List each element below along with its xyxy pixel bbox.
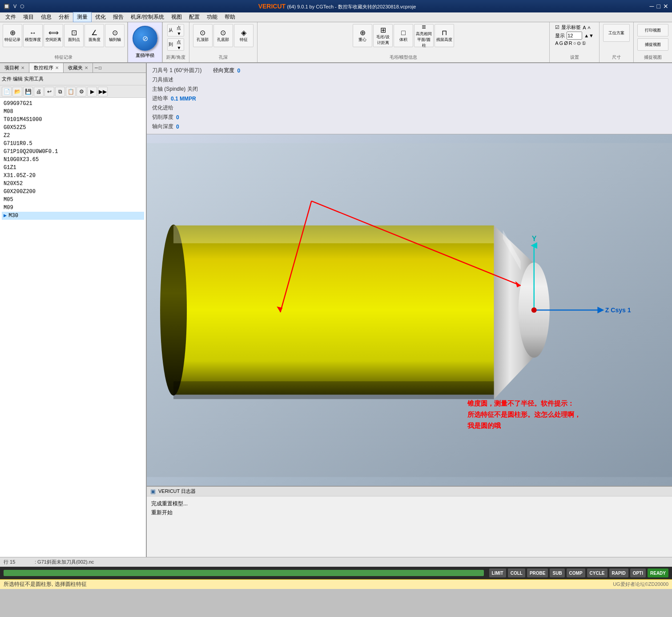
log-content: 完成重置模型... 重新开始 — [147, 496, 672, 520]
hole-bottom-btn[interactable]: ⊙ 孔底部 — [213, 24, 233, 47]
nc-line[interactable]: Z2 — [2, 132, 144, 140]
print-capture-group: 打印视图 捕捉视图 捕捉视图 — [634, 22, 672, 62]
nc-line[interactable]: M05 — [2, 196, 144, 204]
menu-analysis[interactable]: 分析 — [55, 12, 73, 22]
spatial-distance-btn[interactable]: ⟺ 空间距离 — [44, 24, 63, 47]
menu-optimize[interactable]: 优化 — [92, 12, 109, 22]
highlight-coplanar-btn[interactable]: ≡ 高亮相同平面/圆柱 — [414, 24, 434, 47]
menu-view[interactable]: 视图 — [168, 12, 185, 22]
from-to-group: 从 点▼ 到 点▼ 距离/角度 — [163, 22, 189, 62]
panel-toolbar: 文件 编辑 实用工具 — [0, 73, 146, 85]
close-button[interactable]: ✕ — [663, 3, 668, 10]
nc-line[interactable]: G0X200Z200 — [2, 188, 144, 196]
sub-indicator[interactable]: SUB — [550, 569, 564, 577]
nc-line[interactable]: T0101M4S1000 — [2, 116, 144, 124]
new-file-btn[interactable]: 📄 — [2, 87, 12, 97]
nc-line[interactable]: N20X52 — [2, 180, 144, 188]
bottom-message-text: 所选特征不是圆柱形, 选择圆柱特征 — [4, 581, 87, 588]
menu-info[interactable]: 信息 — [37, 12, 55, 22]
rapid-indicator[interactable]: RAPID — [609, 569, 628, 577]
limit-indicator[interactable]: LIMIT — [489, 569, 506, 577]
blank-design-dist-btn[interactable]: ⊞ 毛坯/设计距离 — [373, 24, 393, 47]
display-number-input[interactable] — [567, 32, 582, 40]
tab-favorites[interactable]: 收藏夹 ✕ — [64, 63, 93, 73]
residual-height-btn[interactable]: ⊓ 残留高度 — [435, 24, 454, 47]
progress-bar — [4, 570, 484, 576]
tool-info-section: 刀具号 1 (60°外圆刀) 径向宽度 0 刀具描述 主轴 (Spindle) … — [147, 63, 672, 134]
spindle-label: 主轴 (Spindle) 关闭 — [152, 85, 198, 93]
menu-machine[interactable]: 机床/控制系统 — [127, 12, 168, 22]
undo-btn[interactable]: ↩ — [44, 87, 54, 97]
tab-nc-program[interactable]: 数控程序 ✕ — [29, 63, 64, 73]
title-text: VERICUT (64) 9.0.1 by CGTech - 数控车收藏夹转的2… — [24, 3, 649, 10]
face-angle-btn[interactable]: ∠ 面角度 — [85, 24, 104, 47]
coll-indicator[interactable]: COLL — [508, 569, 525, 577]
open-file-btn[interactable]: 📂 — [12, 87, 22, 97]
menu-help[interactable]: 帮助 — [221, 12, 239, 22]
from-point-btn[interactable]: 从 点▼ — [167, 24, 184, 36]
statusbar: 行 15 : G71斜面未加刀具(002).nc — [0, 557, 672, 567]
nc-line[interactable]: G1Z1 — [2, 164, 144, 172]
maximize-button[interactable]: □ — [657, 3, 660, 10]
3d-scene-svg: Y Z Csys 1 锥度圆，测量不了半径。软件提示： 所选特征不是圆柱形。这怎… — [147, 134, 672, 486]
nc-line[interactable]: M09 — [2, 204, 144, 212]
menu-measure[interactable]: 测量 — [73, 12, 92, 22]
tab-project-tree[interactable]: 项目树 ✕ — [0, 63, 29, 73]
settings-btn[interactable]: ⚙ — [76, 87, 86, 97]
settings-label: 设置 — [570, 54, 579, 60]
nc-line[interactable]: M08 — [2, 108, 144, 116]
nc-line[interactable]: X31.05Z-20 — [2, 172, 144, 180]
svg-text:我是圆的哦: 我是圆的哦 — [467, 422, 501, 429]
face-to-point-btn[interactable]: ⊡ 面到点 — [64, 24, 84, 47]
save-file-btn[interactable]: 💾 — [23, 87, 33, 97]
panel-float-btn[interactable]: □ — [99, 65, 101, 70]
nc-line[interactable]: G71U1R0.5 — [2, 140, 144, 148]
model-thickness-btn[interactable]: ↔ 模型厚度 — [23, 24, 43, 47]
log-line-1: 完成重置模型... — [151, 499, 668, 508]
blank-info-group: ⊕ 重心 ⊞ 毛坯/设计距离 □ 体积 ≡ 高亮相同平面/圆柱 ⊓ 残留高度 毛… — [258, 22, 550, 62]
3d-viewport[interactable]: Y Z Csys 1 锥度圆，测量不了半径。软件提示： 所选特征不是圆柱形。这怎… — [147, 134, 672, 486]
capture-view-btn[interactable]: 捕捉视图 — [637, 38, 668, 51]
log-panel: ▣ VERICUT 日志器 完成重置模型... 重新开始 — [147, 486, 672, 557]
cycle-indicator[interactable]: CYCLE — [587, 569, 608, 577]
print-file-btn[interactable]: 🖨 — [34, 87, 44, 97]
center-of-mass-btn[interactable]: ⊕ 重心 — [353, 24, 372, 47]
nc-line[interactable]: G71P10Q20U0W0F0.1 — [2, 148, 144, 156]
nc-line[interactable]: G0X52Z5 — [2, 124, 144, 132]
comp-indicator[interactable]: COMP — [567, 569, 585, 577]
ready-indicator[interactable]: READY — [648, 569, 668, 577]
blank-info-label: 毛坯/模型信息 — [390, 54, 418, 60]
feature-btn[interactable]: ◈ 特征 — [234, 24, 254, 47]
panel-tabs: 项目树 ✕ 数控程序 ✕ 收藏夹 ✕ ─ □ — [0, 63, 146, 73]
toolbar-menu-btn[interactable]: 文件 编辑 实用工具 — [2, 76, 44, 82]
menu-function[interactable]: 功能 — [203, 12, 221, 22]
menu-report[interactable]: 报告 — [109, 12, 127, 22]
minimize-button[interactable]: ─ — [650, 3, 654, 10]
log-title: VERICUT 日志器 — [158, 488, 196, 495]
nc-line[interactable]: G99G97G21 — [2, 100, 144, 108]
nc-program-content[interactable]: G99G97G21 M08 T0101M4S1000 G0X52Z5 Z2 G7… — [0, 98, 146, 557]
diameter-radius-btn[interactable]: ⊘ — [133, 26, 157, 51]
cut-depth-label: 切削厚度 — [152, 113, 173, 121]
volume-btn[interactable]: □ 体积 — [394, 24, 413, 47]
panel-minimize-btn[interactable]: ─ — [95, 65, 98, 70]
to-point-btn[interactable]: 到 点▼ — [167, 38, 184, 51]
probe-indicator[interactable]: PROBE — [527, 569, 548, 577]
menu-project[interactable]: 项目 — [20, 12, 37, 22]
nc-line-current[interactable]: ▶M30 — [2, 212, 144, 220]
menu-config[interactable]: 配置 — [185, 12, 203, 22]
axis-to-axis-btn[interactable]: ⊙ 轴到轴 — [105, 24, 125, 47]
feature-record-btn[interactable]: ⊕ 特征记录 — [3, 24, 22, 47]
print-view-btn[interactable]: 打印视图 — [637, 24, 668, 36]
hole-top-btn[interactable]: ⊙ 孔顶部 — [193, 24, 213, 47]
menu-file[interactable]: 文件 — [2, 12, 20, 22]
extra-btn1[interactable]: ▶ — [87, 87, 97, 97]
feed-value: 0.1 MMPR — [171, 96, 196, 102]
nc-line[interactable]: N10G0X23.65 — [2, 156, 144, 164]
paste-btn[interactable]: 📋 — [66, 87, 76, 97]
extra-btn2[interactable]: ▶▶ — [98, 87, 108, 97]
workpiece-plan-btn[interactable]: 工位方案 — [603, 24, 630, 42]
copy-btn[interactable]: ⧉ — [55, 87, 65, 97]
feature-record-buttons: ⊕ 特征记录 ↔ 模型厚度 ⟺ 空间距离 ⊡ 面到点 ∠ 面角度 ⊙ 轴到轴 — [3, 24, 125, 54]
opti-indicator[interactable]: OPTI — [630, 569, 646, 577]
